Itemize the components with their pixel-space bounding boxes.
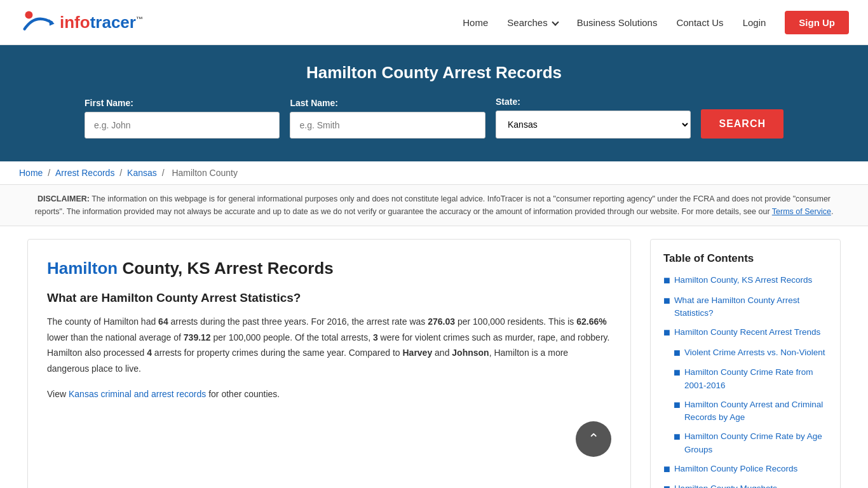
breadcrumb-home[interactable]: Home (19, 168, 43, 178)
nav-searches[interactable]: Searches (507, 17, 557, 28)
content-heading-rest: County, KS Arrest Records (118, 259, 334, 278)
bullet-icon: ■ (674, 366, 681, 380)
toc-link-7[interactable]: Hamilton County Crime Rate by Age Groups (684, 430, 827, 456)
toc-link-4[interactable]: Violent Crime Arrests vs. Non-Violent (684, 346, 825, 359)
state-label: State: (496, 97, 691, 107)
content-paragraph2: View Kansas criminal and arrest records … (47, 386, 611, 402)
breadcrumb: Home / Arrest Records / Kansas / Hamilto… (0, 161, 868, 185)
last-name-input[interactable] (290, 112, 485, 139)
content-main-heading: Hamilton County, KS Arrest Records (47, 259, 611, 278)
content-paragraph1: The county of Hamilton had 64 arrests du… (47, 314, 611, 376)
toc-heading: Table of Contents (663, 252, 827, 265)
chevron-down-icon (552, 18, 559, 25)
first-name-input[interactable] (85, 112, 280, 139)
breadcrumb-sep-3: / (162, 168, 167, 178)
list-item: ■ Violent Crime Arrests vs. Non-Violent (674, 346, 827, 360)
main-layout: Hamilton County, KS Arrest Records What … (8, 226, 860, 488)
last-name-label: Last Name: (290, 98, 485, 108)
toc-link-2[interactable]: What are Hamilton County Arrest Statisti… (674, 294, 827, 320)
disclaimer-label: DISCLAIMER: (37, 194, 90, 203)
breadcrumb-arrest-records[interactable]: Arrest Records (55, 168, 114, 178)
disclaimer-text: The information on this webpage is for g… (35, 194, 831, 216)
terms-of-service-link[interactable]: Terms of Service (772, 207, 831, 216)
content-heading-highlight: Hamilton (47, 259, 118, 278)
breadcrumb-sep-1: / (48, 168, 53, 178)
bullet-icon: ■ (663, 274, 670, 288)
search-button[interactable]: SEARCH (701, 109, 783, 139)
section1-heading: What are Hamilton County Arrest Statisti… (47, 291, 611, 305)
state-group: State: Kansas (496, 97, 691, 139)
svg-marker-1 (49, 19, 55, 25)
main-nav: Home Searches Business Solutions Contact… (463, 11, 849, 34)
chevron-up-icon: ⌃ (588, 431, 599, 447)
list-item: ■ What are Hamilton County Arrest Statis… (663, 294, 827, 320)
list-item: ■ Hamilton County Crime Rate from 2001-2… (674, 366, 827, 392)
svg-point-0 (25, 11, 32, 18)
toc-link-3[interactable]: Hamilton County Recent Arrest Trends (674, 326, 820, 339)
search-form: First Name: Last Name: State: Kansas SEA… (85, 97, 783, 139)
signup-button[interactable]: Sign Up (785, 11, 849, 34)
nav-home[interactable]: Home (463, 17, 488, 28)
bullet-icon: ■ (663, 463, 670, 477)
list-item: ■ Hamilton County Recent Arrest Trends (663, 326, 827, 340)
bullet-icon: ■ (663, 326, 670, 340)
toc-link-1[interactable]: Hamilton County, KS Arrest Records (674, 274, 812, 287)
bullet-icon: ■ (674, 430, 681, 444)
bullet-icon: ■ (674, 398, 681, 412)
state-select[interactable]: Kansas (496, 111, 691, 139)
toc-link-5[interactable]: Hamilton County Crime Rate from 2001-201… (684, 366, 827, 392)
nav-login[interactable]: Login (743, 17, 766, 28)
content-area: Hamilton County, KS Arrest Records What … (27, 239, 631, 488)
nav-business-solutions[interactable]: Business Solutions (577, 17, 658, 28)
kansas-records-link[interactable]: Kansas criminal and arrest records (69, 389, 206, 399)
list-item: ■ Hamilton County Crime Rate by Age Grou… (674, 430, 827, 456)
toc-link-9[interactable]: Hamilton County Mugshots (674, 482, 777, 488)
toc-sidebar: Table of Contents ■ Hamilton County, KS … (650, 239, 841, 488)
last-name-group: Last Name: (290, 98, 485, 139)
first-name-group: First Name: (85, 98, 280, 139)
site-header: infotracer™ Home Searches Business Solut… (0, 0, 868, 45)
scroll-to-top-button[interactable]: ⌃ (576, 421, 611, 457)
toc-box: Table of Contents ■ Hamilton County, KS … (650, 239, 841, 488)
logo-icon (19, 6, 57, 38)
toc-link-8[interactable]: Hamilton County Police Records (674, 463, 797, 475)
toc-link-6[interactable]: Hamilton County Arrest and Criminal Reco… (684, 398, 827, 424)
bullet-icon: ■ (674, 346, 681, 360)
first-name-label: First Name: (85, 98, 280, 108)
list-item: ■ Hamilton County Mugshots (663, 482, 827, 488)
breadcrumb-hamilton-county: Hamilton County (172, 168, 238, 178)
list-item: ■ Hamilton County Arrest and Criminal Re… (674, 398, 827, 424)
breadcrumb-sep-2: / (119, 168, 125, 178)
bullet-icon: ■ (663, 294, 670, 308)
list-item: ■ Hamilton County, KS Arrest Records (663, 274, 827, 288)
logo-area: infotracer™ (19, 6, 143, 38)
toc-list: ■ Hamilton County, KS Arrest Records ■ W… (663, 274, 827, 488)
search-band: Hamilton County Arrest Records First Nam… (0, 45, 868, 161)
disclaimer-bar: DISCLAIMER: The information on this webp… (0, 185, 868, 226)
logo-text: infotracer™ (60, 14, 143, 30)
bullet-icon: ■ (663, 482, 670, 488)
breadcrumb-kansas[interactable]: Kansas (127, 168, 157, 178)
list-item: ■ Hamilton County Police Records (663, 463, 827, 477)
nav-contact-us[interactable]: Contact Us (676, 17, 723, 28)
search-band-title: Hamilton County Arrest Records (25, 63, 843, 83)
